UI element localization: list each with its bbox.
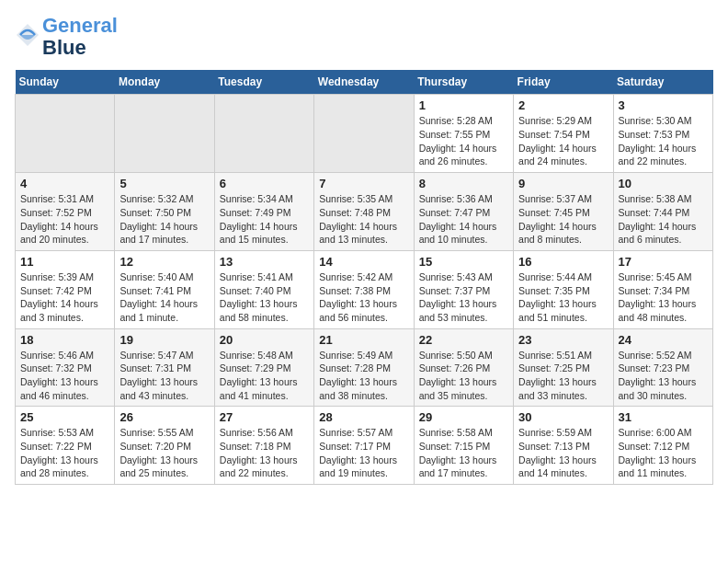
day-number: 10 [619, 177, 708, 190]
calendar-cell: 14 Sunrise: 5:42 AM Sunset: 7:38 PM Dayl… [314, 250, 414, 328]
day-info: Sunrise: 5:29 AM Sunset: 7:54 PM Dayligh… [518, 114, 608, 168]
day-info: Sunrise: 5:52 AM Sunset: 7:23 PM Dayligh… [619, 349, 708, 403]
calendar-cell: 20 Sunrise: 5:48 AM Sunset: 7:29 PM Dayl… [214, 328, 313, 407]
day-info: Sunrise: 5:46 AM Sunset: 7:32 PM Dayligh… [20, 349, 109, 403]
calendar-cell: 27 Sunrise: 5:56 AM Sunset: 7:18 PM Dayl… [214, 407, 313, 485]
weekday-header-wednesday: Wednesday [314, 70, 414, 95]
day-info: Sunrise: 5:36 AM Sunset: 7:47 PM Dayligh… [419, 192, 508, 247]
calendar-cell: 3 Sunrise: 5:30 AM Sunset: 7:53 PM Dayli… [613, 95, 712, 173]
calendar-cell: 6 Sunrise: 5:34 AM Sunset: 7:49 PM Dayli… [214, 173, 313, 251]
day-number: 7 [319, 177, 408, 190]
day-info: Sunrise: 5:28 AM Sunset: 7:55 PM Dayligh… [419, 114, 508, 168]
day-number: 12 [119, 255, 209, 269]
day-number: 18 [20, 333, 109, 347]
day-number: 26 [119, 410, 209, 424]
calendar-cell: 5 Sunrise: 5:32 AM Sunset: 7:50 PM Dayli… [115, 173, 214, 251]
day-number: 31 [619, 410, 708, 424]
calendar-cell [16, 95, 115, 173]
calendar-week-5: 25 Sunrise: 5:53 AM Sunset: 7:22 PM Dayl… [16, 407, 713, 485]
day-number: 1 [419, 98, 508, 112]
day-number: 4 [20, 177, 109, 190]
weekday-header-friday: Friday [514, 70, 613, 95]
calendar-cell: 25 Sunrise: 5:53 AM Sunset: 7:22 PM Dayl… [16, 407, 115, 485]
day-info: Sunrise: 5:34 AM Sunset: 7:49 PM Dayligh… [220, 192, 309, 247]
day-info: Sunrise: 5:57 AM Sunset: 7:17 PM Dayligh… [319, 426, 408, 480]
calendar-cell: 2 Sunrise: 5:29 AM Sunset: 7:54 PM Dayli… [514, 95, 613, 173]
day-info: Sunrise: 5:58 AM Sunset: 7:15 PM Dayligh… [419, 426, 508, 480]
calendar-cell: 28 Sunrise: 5:57 AM Sunset: 7:17 PM Dayl… [314, 407, 414, 485]
page-header: GeneralBlue [15, 15, 713, 59]
calendar-cell: 12 Sunrise: 5:40 AM Sunset: 7:41 PM Dayl… [115, 250, 214, 328]
calendar-week-3: 11 Sunrise: 5:39 AM Sunset: 7:42 PM Dayl… [16, 250, 713, 328]
calendar-week-2: 4 Sunrise: 5:31 AM Sunset: 7:52 PM Dayli… [16, 173, 713, 251]
day-number: 28 [319, 410, 408, 424]
day-info: Sunrise: 5:44 AM Sunset: 7:35 PM Dayligh… [518, 270, 608, 325]
calendar-cell: 1 Sunrise: 5:28 AM Sunset: 7:55 PM Dayli… [414, 95, 513, 173]
day-number: 21 [319, 333, 408, 347]
logo: GeneralBlue [15, 15, 118, 59]
weekday-header-thursday: Thursday [414, 70, 513, 95]
day-info: Sunrise: 5:45 AM Sunset: 7:34 PM Dayligh… [619, 270, 708, 325]
day-number: 6 [220, 177, 309, 190]
day-info: Sunrise: 5:39 AM Sunset: 7:42 PM Dayligh… [20, 270, 109, 325]
calendar-cell: 17 Sunrise: 5:45 AM Sunset: 7:34 PM Dayl… [613, 250, 712, 328]
day-info: Sunrise: 5:55 AM Sunset: 7:20 PM Dayligh… [119, 426, 209, 480]
day-number: 24 [619, 333, 708, 347]
day-info: Sunrise: 5:37 AM Sunset: 7:45 PM Dayligh… [518, 192, 608, 247]
weekday-header-saturday: Saturday [613, 70, 712, 95]
day-number: 2 [518, 98, 608, 112]
day-number: 20 [220, 333, 309, 347]
calendar-cell: 7 Sunrise: 5:35 AM Sunset: 7:48 PM Dayli… [314, 173, 414, 251]
day-info: Sunrise: 6:00 AM Sunset: 7:12 PM Dayligh… [619, 426, 708, 480]
calendar-week-1: 1 Sunrise: 5:28 AM Sunset: 7:55 PM Dayli… [16, 95, 713, 173]
day-info: Sunrise: 5:49 AM Sunset: 7:28 PM Dayligh… [319, 349, 408, 403]
calendar-cell: 4 Sunrise: 5:31 AM Sunset: 7:52 PM Dayli… [16, 173, 115, 251]
day-info: Sunrise: 5:53 AM Sunset: 7:22 PM Dayligh… [20, 426, 109, 480]
calendar-table: SundayMondayTuesdayWednesdayThursdayFrid… [15, 70, 713, 485]
calendar-cell: 15 Sunrise: 5:43 AM Sunset: 7:37 PM Dayl… [414, 250, 513, 328]
day-number: 29 [419, 410, 508, 424]
logo-icon [15, 22, 40, 48]
day-info: Sunrise: 5:40 AM Sunset: 7:41 PM Dayligh… [119, 270, 209, 325]
calendar-cell: 13 Sunrise: 5:41 AM Sunset: 7:40 PM Dayl… [214, 250, 313, 328]
day-info: Sunrise: 5:43 AM Sunset: 7:37 PM Dayligh… [419, 270, 508, 325]
calendar-cell: 8 Sunrise: 5:36 AM Sunset: 7:47 PM Dayli… [414, 173, 513, 251]
calendar-cell: 9 Sunrise: 5:37 AM Sunset: 7:45 PM Dayli… [514, 173, 613, 251]
day-number: 11 [20, 255, 109, 269]
day-number: 13 [220, 255, 309, 269]
day-number: 8 [419, 177, 508, 190]
day-number: 17 [619, 255, 708, 269]
day-number: 3 [619, 98, 708, 112]
calendar-cell: 10 Sunrise: 5:38 AM Sunset: 7:44 PM Dayl… [613, 173, 712, 251]
day-number: 9 [518, 177, 608, 190]
day-number: 25 [20, 410, 109, 424]
weekday-header-row: SundayMondayTuesdayWednesdayThursdayFrid… [16, 70, 713, 95]
calendar-cell: 22 Sunrise: 5:50 AM Sunset: 7:26 PM Dayl… [414, 328, 513, 407]
day-info: Sunrise: 5:56 AM Sunset: 7:18 PM Dayligh… [220, 426, 309, 480]
logo-text: GeneralBlue [42, 15, 118, 59]
day-info: Sunrise: 5:30 AM Sunset: 7:53 PM Dayligh… [619, 114, 708, 168]
calendar-cell: 23 Sunrise: 5:51 AM Sunset: 7:25 PM Dayl… [514, 328, 613, 407]
day-number: 23 [518, 333, 608, 347]
calendar-cell: 24 Sunrise: 5:52 AM Sunset: 7:23 PM Dayl… [613, 328, 712, 407]
day-number: 14 [319, 255, 408, 269]
calendar-cell [314, 95, 414, 173]
calendar-cell: 30 Sunrise: 5:59 AM Sunset: 7:13 PM Dayl… [514, 407, 613, 485]
day-number: 5 [119, 177, 209, 190]
day-number: 27 [220, 410, 309, 424]
calendar-cell: 18 Sunrise: 5:46 AM Sunset: 7:32 PM Dayl… [16, 328, 115, 407]
day-info: Sunrise: 5:51 AM Sunset: 7:25 PM Dayligh… [518, 349, 608, 403]
calendar-cell: 21 Sunrise: 5:49 AM Sunset: 7:28 PM Dayl… [314, 328, 414, 407]
day-info: Sunrise: 5:47 AM Sunset: 7:31 PM Dayligh… [119, 349, 209, 403]
calendar-week-4: 18 Sunrise: 5:46 AM Sunset: 7:32 PM Dayl… [16, 328, 713, 407]
day-number: 30 [518, 410, 608, 424]
weekday-header-monday: Monday [115, 70, 214, 95]
calendar-cell: 19 Sunrise: 5:47 AM Sunset: 7:31 PM Dayl… [115, 328, 214, 407]
day-info: Sunrise: 5:32 AM Sunset: 7:50 PM Dayligh… [119, 192, 209, 247]
day-info: Sunrise: 5:41 AM Sunset: 7:40 PM Dayligh… [220, 270, 309, 325]
day-info: Sunrise: 5:50 AM Sunset: 7:26 PM Dayligh… [419, 349, 508, 403]
day-info: Sunrise: 5:59 AM Sunset: 7:13 PM Dayligh… [518, 426, 608, 480]
calendar-cell [214, 95, 313, 173]
day-info: Sunrise: 5:48 AM Sunset: 7:29 PM Dayligh… [220, 349, 309, 403]
calendar-cell [115, 95, 214, 173]
